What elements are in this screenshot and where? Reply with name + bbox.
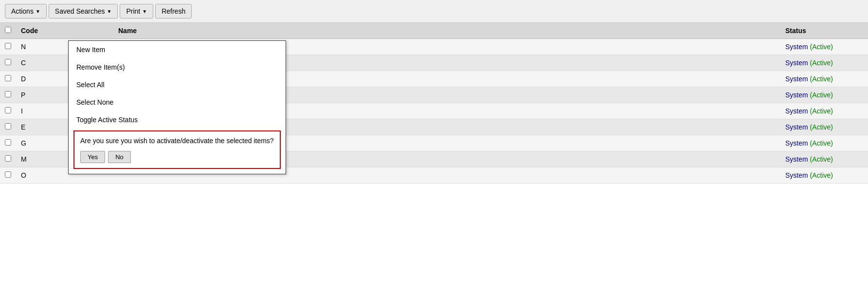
row-checkbox[interactable]	[5, 155, 11, 162]
row-status: System (Active)	[780, 151, 868, 167]
saved-searches-button[interactable]: Saved Searches ▼	[49, 4, 118, 18]
print-button[interactable]: Print ▼	[120, 4, 153, 18]
print-label: Print	[126, 7, 140, 15]
select-all-checkbox[interactable]	[5, 27, 11, 33]
menu-item-select-all[interactable]: Select All	[69, 76, 286, 93]
row-status: System (Active)	[780, 39, 868, 55]
row-status: System (Active)	[780, 167, 868, 184]
row-checkbox-cell	[0, 167, 16, 184]
print-arrow-icon: ▼	[142, 9, 147, 14]
status-system-label: System	[785, 107, 810, 115]
status-active-label: (Active)	[810, 171, 833, 179]
menu-item-toggle-active[interactable]: Toggle Active Status	[69, 111, 286, 129]
row-checkbox[interactable]	[5, 123, 11, 130]
row-checkbox[interactable]	[5, 43, 11, 49]
row-status: System (Active)	[780, 55, 868, 71]
status-system-label: System	[785, 43, 810, 51]
status-active-label: (Active)	[810, 139, 833, 147]
row-checkbox-cell	[0, 55, 16, 71]
row-checkbox[interactable]	[5, 171, 11, 178]
row-checkbox[interactable]	[5, 75, 11, 81]
refresh-label: Refresh	[162, 7, 185, 15]
row-status: System (Active)	[780, 71, 868, 87]
main-content: Code Name Status NAnnulledSystem (Active…	[0, 23, 868, 184]
row-status: System (Active)	[780, 103, 868, 119]
status-active-label: (Active)	[810, 75, 833, 83]
menu-item-remove-items[interactable]: Remove Item(s)	[69, 58, 286, 76]
saved-searches-arrow-icon: ▼	[107, 9, 112, 14]
confirm-message: Are you sure you wish to activate/deacti…	[80, 136, 274, 146]
confirm-yes-button[interactable]: Yes	[80, 151, 105, 163]
row-status: System (Active)	[780, 135, 868, 151]
row-checkbox-cell	[0, 39, 16, 55]
header-name: Name	[113, 23, 780, 39]
row-checkbox-cell	[0, 135, 16, 151]
status-system-label: System	[785, 123, 810, 131]
row-checkbox-cell	[0, 71, 16, 87]
actions-button[interactable]: Actions ▼	[5, 4, 47, 18]
refresh-button[interactable]: Refresh	[155, 4, 192, 18]
row-checkbox[interactable]	[5, 107, 11, 113]
confirm-buttons: Yes No	[80, 151, 274, 163]
row-status: System (Active)	[780, 119, 868, 135]
status-system-label: System	[785, 91, 810, 99]
status-active-label: (Active)	[810, 155, 833, 163]
menu-item-new-item[interactable]: New Item	[69, 41, 286, 58]
actions-dropdown: New Item Remove Item(s) Select All Selec…	[68, 40, 286, 174]
actions-arrow-icon: ▼	[36, 9, 40, 14]
saved-searches-label: Saved Searches	[55, 7, 105, 15]
row-checkbox[interactable]	[5, 139, 11, 146]
row-checkbox-cell	[0, 87, 16, 103]
row-checkbox-cell	[0, 151, 16, 167]
row-checkbox-cell	[0, 103, 16, 119]
menu-item-select-none[interactable]: Select None	[69, 93, 286, 111]
status-active-label: (Active)	[810, 43, 833, 51]
status-active-label: (Active)	[810, 91, 833, 99]
status-system-label: System	[785, 75, 810, 83]
status-active-label: (Active)	[810, 107, 833, 115]
actions-label: Actions	[11, 7, 34, 15]
status-system-label: System	[785, 59, 810, 67]
status-system-label: System	[785, 139, 810, 147]
header-status: Status	[780, 23, 868, 39]
status-system-label: System	[785, 171, 810, 179]
header-checkbox-cell	[0, 23, 16, 39]
toolbar: Actions ▼ Saved Searches ▼ Print ▼ Refre…	[0, 0, 868, 23]
row-status: System (Active)	[780, 87, 868, 103]
row-checkbox[interactable]	[5, 59, 11, 65]
status-active-label: (Active)	[810, 123, 833, 131]
table-header-row: Code Name Status	[0, 23, 868, 39]
confirm-panel: Are you sure you wish to activate/deacti…	[73, 130, 281, 169]
status-active-label: (Active)	[810, 59, 833, 67]
confirm-no-button[interactable]: No	[108, 151, 131, 163]
status-system-label: System	[785, 155, 810, 163]
row-checkbox-cell	[0, 119, 16, 135]
header-code: Code	[16, 23, 113, 39]
row-checkbox[interactable]	[5, 91, 11, 97]
